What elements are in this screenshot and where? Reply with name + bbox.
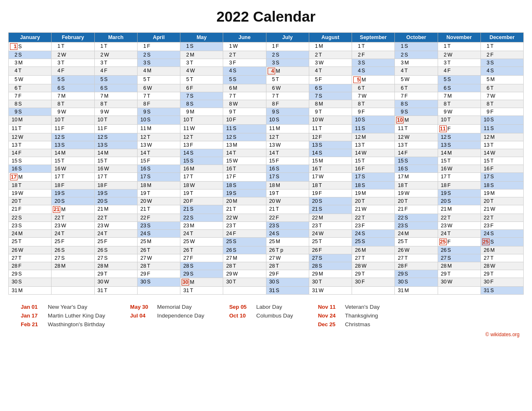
table-row: 9 F [480, 108, 523, 116]
table-row: 16 F [352, 165, 395, 173]
table-row: 30 W [438, 278, 480, 287]
table-row: 25 F [438, 238, 480, 246]
table-row: 17 T [438, 173, 480, 182]
table-row: 20 S [94, 197, 137, 205]
table-row: 4 M [137, 67, 180, 76]
table-row: 20 S [309, 197, 352, 205]
table-row: 21 M [438, 205, 480, 214]
table-row: 28 W [352, 262, 395, 270]
holiday-item: Jan 17Martin Luther King Day [21, 313, 105, 319]
table-row: 17 M [9, 173, 52, 182]
table-row: 30 S [9, 278, 52, 287]
table-row: 14 M [438, 149, 480, 157]
table-row: 7 M [52, 92, 94, 100]
table-row: 9 S [395, 108, 438, 116]
table-row: 19 S [223, 190, 266, 197]
table-row: 10 F [223, 116, 266, 125]
table-row: 28 S [309, 262, 352, 270]
table-row: 31 W [309, 287, 352, 295]
table-row: 2 M [180, 51, 223, 59]
table-row: 11 M [137, 125, 180, 133]
holiday-item: Nov 11Veteran's Day [318, 304, 380, 310]
table-row: 21 T [223, 205, 266, 214]
table-row: 12 S [223, 133, 266, 141]
table-row: 18 S [480, 182, 523, 190]
table-row: 1 T [352, 42, 395, 51]
table-row: 18 F [94, 182, 137, 190]
table-row: 23 S [137, 222, 180, 230]
table-row: 19 W [9, 190, 52, 197]
table-row: 25 S [352, 238, 395, 246]
table-row: 24 S [352, 230, 395, 238]
table-row: 25 F [52, 238, 94, 246]
table-row: 16 T [223, 165, 266, 173]
table-row: 13 T [352, 141, 395, 149]
table-row: 16 S [9, 165, 52, 173]
table-row: 3 T [52, 59, 94, 67]
table-row: 19 T [180, 190, 223, 197]
table-row: 18 T [9, 182, 52, 190]
table-row: 27 T [352, 254, 395, 262]
table-row: 23 M [180, 222, 223, 230]
table-row: 16 F [480, 165, 523, 173]
table-row: 1 T [94, 42, 137, 51]
table-row: 5 M [480, 76, 523, 84]
table-row: 7 S [309, 92, 352, 100]
table-row: 3 S [480, 59, 523, 67]
table-row: 31 S [480, 287, 523, 295]
month-header-march: March [94, 33, 137, 42]
table-row: 15 T [352, 157, 395, 165]
table-row: 2 T [309, 51, 352, 59]
table-row: 23 W [52, 222, 94, 230]
table-row: 26 S [94, 246, 137, 254]
table-row: 12 S [94, 133, 137, 141]
table-row: 20 T [480, 197, 523, 205]
table-row: 27 S [52, 254, 94, 262]
table-row: 11 S [352, 125, 395, 133]
table-row: 21 S [309, 205, 352, 214]
table-row: 13 S [52, 141, 94, 149]
table-row: 3 W [309, 59, 352, 67]
table-row: 28 T [223, 262, 266, 270]
table-row: 9 S [266, 108, 309, 116]
table-row: 12 M [352, 133, 395, 141]
table-row: 29 F [137, 270, 180, 278]
table-row: 11 F [94, 125, 137, 133]
table-row: 5 S [223, 76, 266, 84]
table-row: 20 M [223, 197, 266, 205]
table-row: 27 T [9, 254, 52, 262]
month-header-february: February [52, 33, 94, 42]
table-row: 15 F [137, 157, 180, 165]
table-row: 29 S [395, 270, 438, 278]
month-header-november: November [438, 33, 480, 42]
table-row: 4 F [52, 67, 94, 76]
table-row: 22 F [137, 214, 180, 222]
table-row: 25 T [9, 238, 52, 246]
table-row: 7 F [9, 92, 52, 100]
month-header-july: July [266, 33, 309, 42]
table-row: 21 T [137, 205, 180, 214]
table-row: 25 T [395, 238, 438, 246]
table-row: 19 S [94, 190, 137, 197]
table-row: 22 T [352, 214, 395, 222]
table-row: 2 S [395, 51, 438, 59]
table-row: 17 T [180, 173, 223, 182]
table-row: 8 T [438, 100, 480, 108]
table-row: 28 M [438, 262, 480, 270]
table-row: 16 T [309, 165, 352, 173]
table-row: 11 S [480, 125, 523, 133]
table-row: 28 T [137, 262, 180, 270]
table-row: 29 S [9, 270, 52, 278]
table-row: 29 W [223, 270, 266, 278]
table-row: 8 W [223, 100, 266, 108]
table-row: 4 F [94, 67, 137, 76]
table-row: 1 S [9, 42, 52, 51]
table-row: 27 T [395, 254, 438, 262]
table-row: 14 M [52, 149, 94, 157]
month-header-august: August [309, 33, 352, 42]
table-row: 6 S [309, 84, 352, 92]
table-row: 10 S [137, 116, 180, 125]
table-row: 30 F [480, 278, 523, 287]
table-row: 28 T [266, 262, 309, 270]
month-header-april: April [137, 33, 180, 42]
